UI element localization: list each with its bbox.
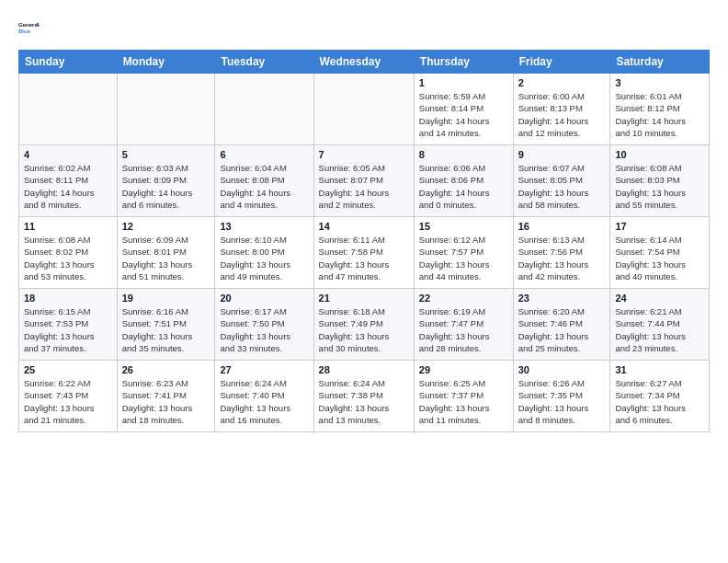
- weekday-header-tuesday: Tuesday: [215, 51, 313, 74]
- day-info: Sunrise: 6:08 AM Sunset: 8:02 PM Dayligh…: [24, 234, 112, 282]
- day-cell: 2Sunrise: 6:00 AM Sunset: 8:13 PM Daylig…: [513, 74, 610, 145]
- logo-icon: GeneralBlue: [18, 15, 44, 40]
- day-cell: 24Sunrise: 6:21 AM Sunset: 7:44 PM Dayli…: [610, 289, 710, 361]
- week-row-4: 18Sunrise: 6:15 AM Sunset: 7:53 PM Dayli…: [19, 289, 710, 361]
- day-cell: 1Sunrise: 5:59 AM Sunset: 8:14 PM Daylig…: [414, 74, 513, 145]
- day-number: 13: [220, 221, 308, 232]
- day-cell: [19, 74, 118, 145]
- day-info: Sunrise: 6:08 AM Sunset: 8:03 PM Dayligh…: [615, 162, 704, 211]
- day-info: Sunrise: 6:13 AM Sunset: 7:56 PM Dayligh…: [518, 234, 606, 282]
- day-cell: 21Sunrise: 6:18 AM Sunset: 7:49 PM Dayli…: [313, 289, 414, 361]
- day-number: 1: [419, 77, 508, 88]
- day-number: 30: [518, 364, 606, 375]
- week-row-1: 1Sunrise: 5:59 AM Sunset: 8:14 PM Daylig…: [19, 74, 710, 145]
- day-info: Sunrise: 6:05 AM Sunset: 8:07 PM Dayligh…: [319, 162, 409, 211]
- day-number: 11: [24, 221, 112, 232]
- day-number: 10: [615, 149, 704, 160]
- day-cell: 26Sunrise: 6:23 AM Sunset: 7:41 PM Dayli…: [117, 361, 215, 432]
- day-number: 2: [518, 77, 606, 88]
- header: GeneralBlue: [18, 15, 710, 40]
- day-number: 9: [518, 149, 606, 160]
- week-row-3: 11Sunrise: 6:08 AM Sunset: 8:02 PM Dayli…: [19, 217, 710, 289]
- day-cell: 16Sunrise: 6:13 AM Sunset: 7:56 PM Dayli…: [513, 217, 610, 289]
- day-cell: 20Sunrise: 6:17 AM Sunset: 7:50 PM Dayli…: [215, 289, 313, 361]
- day-number: 5: [122, 149, 210, 160]
- day-info: Sunrise: 6:23 AM Sunset: 7:41 PM Dayligh…: [122, 377, 210, 426]
- day-info: Sunrise: 6:00 AM Sunset: 8:13 PM Dayligh…: [518, 90, 606, 139]
- day-info: Sunrise: 6:07 AM Sunset: 8:05 PM Dayligh…: [518, 162, 606, 211]
- day-cell: 31Sunrise: 6:27 AM Sunset: 7:34 PM Dayli…: [610, 361, 710, 432]
- day-number: 12: [122, 221, 210, 232]
- day-cell: 10Sunrise: 6:08 AM Sunset: 8:03 PM Dayli…: [610, 145, 710, 217]
- day-cell: 12Sunrise: 6:09 AM Sunset: 8:01 PM Dayli…: [117, 217, 215, 289]
- day-info: Sunrise: 6:02 AM Sunset: 8:11 PM Dayligh…: [24, 162, 112, 211]
- day-cell: 6Sunrise: 6:04 AM Sunset: 8:08 PM Daylig…: [215, 145, 313, 217]
- day-cell: 11Sunrise: 6:08 AM Sunset: 8:02 PM Dayli…: [19, 217, 118, 289]
- weekday-header-friday: Friday: [513, 51, 610, 74]
- day-cell: 15Sunrise: 6:12 AM Sunset: 7:57 PM Dayli…: [414, 217, 513, 289]
- day-cell: 30Sunrise: 6:26 AM Sunset: 7:35 PM Dayli…: [513, 361, 610, 432]
- day-cell: 27Sunrise: 6:24 AM Sunset: 7:40 PM Dayli…: [215, 361, 313, 432]
- day-info: Sunrise: 5:59 AM Sunset: 8:14 PM Dayligh…: [419, 90, 508, 139]
- day-info: Sunrise: 6:03 AM Sunset: 8:09 PM Dayligh…: [122, 162, 210, 211]
- day-cell: [117, 74, 215, 145]
- day-cell: 18Sunrise: 6:15 AM Sunset: 7:53 PM Dayli…: [19, 289, 118, 361]
- day-number: 21: [319, 293, 409, 304]
- day-info: Sunrise: 6:17 AM Sunset: 7:50 PM Dayligh…: [220, 305, 308, 354]
- day-number: 29: [419, 364, 508, 375]
- day-number: 15: [419, 221, 508, 232]
- weekday-header-thursday: Thursday: [414, 51, 513, 74]
- day-info: Sunrise: 6:09 AM Sunset: 8:01 PM Dayligh…: [122, 234, 210, 282]
- day-info: Sunrise: 6:22 AM Sunset: 7:43 PM Dayligh…: [24, 377, 112, 426]
- day-number: 27: [220, 364, 308, 375]
- day-info: Sunrise: 6:11 AM Sunset: 7:58 PM Dayligh…: [319, 234, 409, 282]
- day-info: Sunrise: 6:04 AM Sunset: 8:08 PM Dayligh…: [220, 162, 308, 211]
- day-number: 16: [518, 221, 606, 232]
- day-cell: 29Sunrise: 6:25 AM Sunset: 7:37 PM Dayli…: [414, 361, 513, 432]
- day-number: 31: [615, 364, 704, 375]
- day-number: 4: [24, 149, 112, 160]
- day-info: Sunrise: 6:10 AM Sunset: 8:00 PM Dayligh…: [220, 234, 308, 282]
- day-cell: 19Sunrise: 6:16 AM Sunset: 7:51 PM Dayli…: [117, 289, 215, 361]
- day-number: 3: [615, 77, 704, 88]
- day-cell: 7Sunrise: 6:05 AM Sunset: 8:07 PM Daylig…: [313, 145, 414, 217]
- day-cell: [313, 74, 414, 145]
- day-cell: 22Sunrise: 6:19 AM Sunset: 7:47 PM Dayli…: [414, 289, 513, 361]
- day-number: 6: [220, 149, 308, 160]
- day-info: Sunrise: 6:06 AM Sunset: 8:06 PM Dayligh…: [419, 162, 508, 211]
- day-info: Sunrise: 6:27 AM Sunset: 7:34 PM Dayligh…: [615, 377, 704, 426]
- day-number: 20: [220, 293, 308, 304]
- day-info: Sunrise: 6:01 AM Sunset: 8:12 PM Dayligh…: [615, 90, 704, 139]
- day-number: 17: [615, 221, 704, 232]
- day-cell: 8Sunrise: 6:06 AM Sunset: 8:06 PM Daylig…: [414, 145, 513, 217]
- day-number: 22: [419, 293, 508, 304]
- svg-text:General: General: [18, 22, 40, 28]
- day-cell: 5Sunrise: 6:03 AM Sunset: 8:09 PM Daylig…: [117, 145, 215, 217]
- day-cell: 28Sunrise: 6:24 AM Sunset: 7:38 PM Dayli…: [313, 361, 414, 432]
- day-cell: 17Sunrise: 6:14 AM Sunset: 7:54 PM Dayli…: [610, 217, 710, 289]
- day-number: 8: [419, 149, 508, 160]
- logo: GeneralBlue: [18, 15, 44, 40]
- day-cell: 4Sunrise: 6:02 AM Sunset: 8:11 PM Daylig…: [19, 145, 118, 217]
- day-cell: 14Sunrise: 6:11 AM Sunset: 7:58 PM Dayli…: [313, 217, 414, 289]
- day-info: Sunrise: 6:15 AM Sunset: 7:53 PM Dayligh…: [24, 305, 112, 354]
- day-cell: 23Sunrise: 6:20 AM Sunset: 7:46 PM Dayli…: [513, 289, 610, 361]
- calendar-table: SundayMondayTuesdayWednesdayThursdayFrid…: [18, 50, 710, 432]
- day-number: 7: [319, 149, 409, 160]
- svg-text:Blue: Blue: [18, 29, 31, 34]
- weekday-header-monday: Monday: [117, 51, 215, 74]
- day-info: Sunrise: 6:24 AM Sunset: 7:38 PM Dayligh…: [319, 377, 409, 426]
- weekday-header-row: SundayMondayTuesdayWednesdayThursdayFrid…: [19, 51, 710, 74]
- day-cell: [215, 74, 313, 145]
- day-info: Sunrise: 6:26 AM Sunset: 7:35 PM Dayligh…: [518, 377, 606, 426]
- weekday-header-wednesday: Wednesday: [313, 51, 414, 74]
- week-row-5: 25Sunrise: 6:22 AM Sunset: 7:43 PM Dayli…: [19, 361, 710, 432]
- day-number: 24: [615, 293, 704, 304]
- day-info: Sunrise: 6:19 AM Sunset: 7:47 PM Dayligh…: [419, 305, 508, 354]
- day-cell: 3Sunrise: 6:01 AM Sunset: 8:12 PM Daylig…: [610, 74, 710, 145]
- day-number: 18: [24, 293, 112, 304]
- day-number: 25: [24, 364, 112, 375]
- weekday-header-sunday: Sunday: [19, 51, 118, 74]
- day-info: Sunrise: 6:14 AM Sunset: 7:54 PM Dayligh…: [615, 234, 704, 282]
- day-number: 19: [122, 293, 210, 304]
